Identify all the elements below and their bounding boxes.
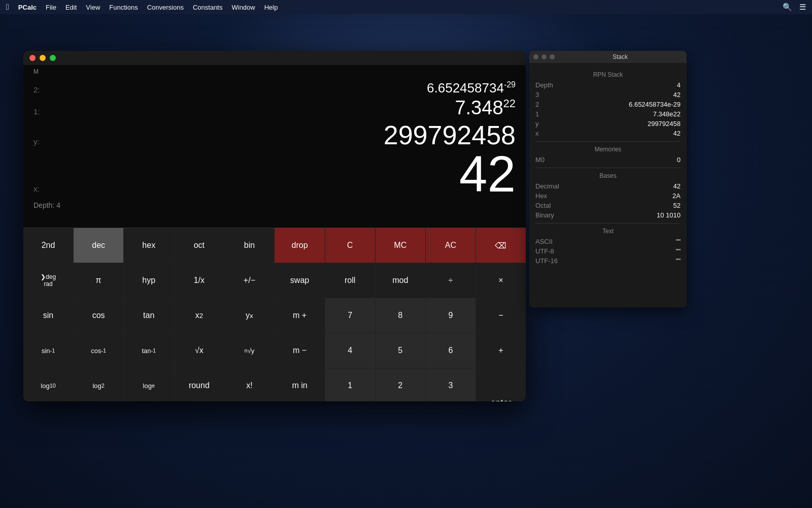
btn-tan-inv[interactable]: tan-1 xyxy=(124,333,174,368)
btn-plus[interactable]: + xyxy=(476,333,526,368)
btn-min[interactable]: m in xyxy=(275,368,324,401)
window-titlebar xyxy=(23,51,526,65)
stack-divider-3 xyxy=(535,223,681,224)
close-button[interactable] xyxy=(29,55,36,61)
btn-1[interactable]: 1 xyxy=(325,368,375,401)
btn-pi[interactable]: π xyxy=(74,263,123,298)
row1-label: 1: xyxy=(33,107,49,116)
btn-sin-inv[interactable]: sin-1 xyxy=(23,333,73,368)
btn-oct[interactable]: oct xyxy=(174,228,224,263)
btn-multiply[interactable]: × xyxy=(476,263,526,298)
stack-row-y: y 299792458 xyxy=(535,119,681,129)
btn-roll[interactable]: roll xyxy=(325,263,375,298)
stack-divider-2 xyxy=(535,168,681,168)
btn-cos[interactable]: cos xyxy=(74,298,123,333)
btn-2nd[interactable]: 2nd xyxy=(23,228,73,263)
btn-round[interactable]: round xyxy=(174,368,224,401)
btn-ac[interactable]: AC xyxy=(426,228,476,263)
rowy-label: y: xyxy=(33,137,49,146)
btn-tan[interactable]: tan xyxy=(124,298,174,333)
stack-min[interactable] xyxy=(542,54,547,59)
stack-row-x: x 42 xyxy=(535,129,681,138)
stack-max[interactable] xyxy=(550,54,555,59)
stack-close[interactable] xyxy=(533,54,538,59)
btn-mplus[interactable]: m + xyxy=(275,298,324,333)
btn-backspace[interactable]: ⌫ xyxy=(476,228,526,263)
minimize-button[interactable] xyxy=(40,55,46,61)
btn-hyp[interactable]: hyp xyxy=(124,263,174,298)
btn-5[interactable]: 5 xyxy=(376,333,425,368)
menu-functions[interactable]: Functions xyxy=(109,4,138,11)
btn-nrooty[interactable]: n√y xyxy=(224,333,274,368)
rowx-value: 42 xyxy=(459,145,516,202)
maximize-button[interactable] xyxy=(50,55,56,61)
stack-row-utf8: UTF-8 "" xyxy=(535,246,681,256)
btn-x2[interactable]: x2 xyxy=(174,298,224,333)
display-row-y: y: 299792458 xyxy=(33,120,516,150)
row2-label: 2: xyxy=(33,85,49,94)
stack-row-1: 1 7.348e22 xyxy=(535,109,681,119)
display-row-2: 2: 6.652458734-29 xyxy=(33,80,516,96)
stack-row-decimal: Decimal 42 xyxy=(535,181,681,191)
depth-label: Depth: 4 xyxy=(23,200,526,211)
menu-view[interactable]: View xyxy=(86,4,100,11)
stack-row-hex: Hex 2A xyxy=(535,191,681,201)
menu-help[interactable]: Help xyxy=(264,4,278,11)
btn-6[interactable]: 6 xyxy=(426,333,476,368)
menu-constants[interactable]: Constants xyxy=(193,4,223,11)
btn-xfact[interactable]: x! xyxy=(224,368,274,401)
apple-menu[interactable]:  xyxy=(6,3,9,12)
btn-8[interactable]: 8 xyxy=(376,298,425,333)
btn-1x[interactable]: 1/x xyxy=(174,263,224,298)
search-icon[interactable]: 🔍 xyxy=(783,3,792,12)
btn-minus[interactable]: − xyxy=(476,298,526,333)
btn-log10[interactable]: log10 xyxy=(23,368,73,401)
stack-row-ascii: ASCII "" xyxy=(535,237,681,246)
btn-4[interactable]: 4 xyxy=(325,333,375,368)
btn-7[interactable]: 7 xyxy=(325,298,375,333)
btn-hex[interactable]: hex xyxy=(124,228,174,263)
stack-title: Stack xyxy=(558,53,683,60)
btn-dec[interactable]: dec xyxy=(74,228,123,263)
menu-file[interactable]: File xyxy=(46,4,56,11)
row1-value: 7.34822 xyxy=(455,97,516,118)
menu-window[interactable]: Window xyxy=(231,4,255,11)
btn-cos-inv[interactable]: cos-1 xyxy=(74,333,123,368)
stack-row-2: 2 6.652458734e-29 xyxy=(535,100,681,109)
calculator-window: M 2: 6.652458734-29 1: 7.34822 xyxy=(23,51,526,401)
btn-mod[interactable]: mod xyxy=(376,263,425,298)
btn-mminus[interactable]: m − xyxy=(275,333,324,368)
btn-plusminus[interactable]: +/− xyxy=(224,263,274,298)
menubar:  PCalc File Edit View Functions Convers… xyxy=(0,0,812,14)
btn-yx[interactable]: yx xyxy=(224,298,274,333)
rowx-label: x: xyxy=(33,184,49,193)
display-area: M 2: 6.652458734-29 1: 7.34822 xyxy=(23,65,526,228)
btn-c[interactable]: C xyxy=(325,228,375,263)
btn-divide[interactable]: ÷ xyxy=(426,263,476,298)
display-row-x: x: 42 xyxy=(33,148,516,199)
btn-3[interactable]: 3 xyxy=(426,368,476,401)
stack-row-3: 3 42 xyxy=(535,90,681,100)
stack-row-depth: Depth 4 xyxy=(535,80,681,90)
btn-sin[interactable]: sin xyxy=(23,298,73,333)
btn-2[interactable]: 2 xyxy=(376,368,425,401)
btn-mc[interactable]: MC xyxy=(376,228,425,263)
btn-enter[interactable]: enter xyxy=(476,368,526,401)
stack-row-utf16: UTF-16 "" xyxy=(535,256,681,266)
stack-row-octal: Octal 52 xyxy=(535,201,681,210)
menu-edit[interactable]: Edit xyxy=(65,4,77,11)
list-icon[interactable]: ☰ xyxy=(799,3,806,12)
row2-value: 6.652458734-29 xyxy=(427,80,516,96)
menu-conversions[interactable]: Conversions xyxy=(147,4,184,11)
btn-sqrt[interactable]: √x xyxy=(174,333,224,368)
text-title: Text xyxy=(535,228,681,235)
btn-log2[interactable]: log2 xyxy=(74,368,123,401)
btn-loge[interactable]: loge xyxy=(124,368,174,401)
btn-9[interactable]: 9 xyxy=(426,298,476,333)
menu-pcalc[interactable]: PCalc xyxy=(18,4,37,11)
btn-bin[interactable]: bin xyxy=(224,228,274,263)
btn-deg-rad[interactable]: ❯degrad xyxy=(23,263,73,298)
btn-swap[interactable]: swap xyxy=(275,263,324,298)
btn-drop[interactable]: drop xyxy=(275,228,324,263)
stack-row-m0: M0 0 xyxy=(535,155,681,165)
